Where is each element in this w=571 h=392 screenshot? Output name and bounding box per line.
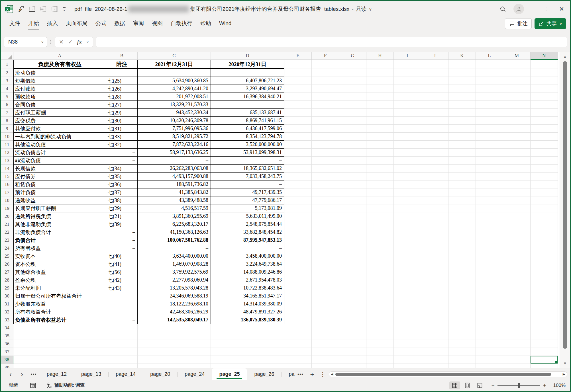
customize-quick-access-icon[interactable]: ⌄ <box>63 7 66 11</box>
cell-G16[interactable] <box>339 180 366 188</box>
cell-E6[interactable] <box>284 101 312 109</box>
cell-A5[interactable]: 预收款项 <box>13 93 106 101</box>
row-header-5[interactable]: 5 <box>1 93 13 101</box>
cell-G33[interactable] <box>339 316 366 324</box>
cell-L23[interactable] <box>476 236 503 244</box>
zoom-slider-handle[interactable] <box>518 383 520 388</box>
cell-M24[interactable] <box>503 244 531 252</box>
cell-K21[interactable] <box>448 220 476 228</box>
cell-B1[interactable]: 附注 <box>106 60 138 69</box>
cell-J4[interactable] <box>421 85 448 93</box>
cell-B26[interactable]: 七(41) <box>106 260 138 268</box>
cell-D12[interactable]: 53,913,099,398.31 <box>211 149 284 157</box>
cell-N13[interactable] <box>531 157 558 165</box>
cell-G20[interactable] <box>339 212 366 220</box>
cell-C21[interactable]: 6,225,683,320.17 <box>138 220 211 228</box>
cell-C32[interactable]: 42,468,306,286.29 <box>138 308 211 316</box>
cell-F11[interactable] <box>312 141 339 149</box>
cell-C30[interactable]: 24,346,069,588.19 <box>138 292 211 300</box>
column-header-H[interactable]: H <box>366 52 394 60</box>
cell-A11[interactable]: 其他流动负债 <box>13 141 106 149</box>
cell-H31[interactable] <box>366 300 394 308</box>
cell-A35[interactable] <box>13 332 106 340</box>
cell-J36[interactable] <box>421 340 448 348</box>
cell-A33[interactable]: 负债及所有者权益总计 <box>13 316 106 324</box>
cell-F26[interactable] <box>312 260 339 268</box>
cell-A9[interactable]: 其他应付款 <box>13 125 106 133</box>
cell-F2[interactable] <box>312 69 339 77</box>
cell-M1[interactable] <box>503 60 531 69</box>
cell-D39[interactable] <box>211 364 284 368</box>
cell-N8[interactable] <box>531 117 558 125</box>
cell-H18[interactable] <box>366 196 394 204</box>
cell-I11[interactable] <box>394 141 421 149</box>
cancel-entry-icon[interactable]: ✕ <box>59 39 64 45</box>
cell-J2[interactable] <box>421 69 448 77</box>
cell-M3[interactable] <box>503 77 531 85</box>
row-header-7[interactable]: 7 <box>1 109 13 117</box>
column-header-F[interactable]: F <box>312 52 339 60</box>
row-header-14[interactable]: 14 <box>1 165 13 173</box>
cell-M25[interactable] <box>503 252 531 260</box>
cell-C23[interactable]: 100,067,501,762.88 <box>138 236 211 244</box>
cell-G14[interactable] <box>339 165 366 173</box>
cell-L29[interactable] <box>476 284 503 292</box>
cell-C13[interactable]: – <box>138 157 211 165</box>
cell-D32[interactable]: 48,479,891,327.26 <box>211 308 284 316</box>
cell-D15[interactable]: 7,033,458,243.75 <box>211 173 284 180</box>
cell-K10[interactable] <box>448 133 476 141</box>
row-header-17[interactable]: 17 <box>1 188 13 196</box>
cell-C36[interactable] <box>138 340 211 348</box>
cell-H33[interactable] <box>366 316 394 324</box>
cell-A17[interactable]: 预计负债 <box>13 188 106 196</box>
row-header-2[interactable]: 2 <box>1 69 13 77</box>
cell-L24[interactable] <box>476 244 503 252</box>
cell-G15[interactable] <box>339 173 366 180</box>
cell-C34[interactable] <box>138 324 211 332</box>
menu-tab-data[interactable]: 数据 <box>110 18 129 29</box>
cell-D35[interactable] <box>211 332 284 340</box>
maximize-button[interactable] <box>541 3 555 15</box>
cell-M11[interactable] <box>503 141 531 149</box>
cell-B25[interactable]: 七(40) <box>106 252 138 260</box>
cell-I27[interactable] <box>394 268 421 276</box>
cell-L14[interactable] <box>476 165 503 173</box>
cell-E10[interactable] <box>284 133 312 141</box>
cell-B31[interactable]: – <box>106 300 138 308</box>
cell-I5[interactable] <box>394 93 421 101</box>
cell-H4[interactable] <box>366 85 394 93</box>
row-header-34[interactable]: 34 <box>1 324 13 332</box>
cell-D25[interactable]: 3,458,400,000.00 <box>211 252 284 260</box>
cell-K11[interactable] <box>448 141 476 149</box>
cell-N6[interactable] <box>531 101 558 109</box>
row-header-30[interactable]: 30 <box>1 292 13 300</box>
share-button[interactable]: 共享 ∨ <box>535 18 566 29</box>
cell-H25[interactable] <box>366 252 394 260</box>
cell-J10[interactable] <box>421 133 448 141</box>
cell-L32[interactable] <box>476 308 503 316</box>
cell-J21[interactable] <box>421 220 448 228</box>
row-header-18[interactable]: 18 <box>1 196 13 204</box>
cell-B27[interactable]: 七(56) <box>106 268 138 276</box>
cell-E23[interactable] <box>284 236 312 244</box>
menu-tab-review[interactable]: 审阅 <box>129 18 148 29</box>
cell-L17[interactable] <box>476 188 503 196</box>
row-header-33[interactable]: 33 <box>1 316 13 324</box>
cell-J20[interactable] <box>421 212 448 220</box>
cell-J31[interactable] <box>421 300 448 308</box>
cell-N27[interactable] <box>531 268 558 276</box>
cell-N33[interactable] <box>531 316 558 324</box>
cell-G11[interactable] <box>339 141 366 149</box>
cell-D33[interactable]: 136,075,839,180.39 <box>211 316 284 324</box>
cell-G2[interactable] <box>339 69 366 77</box>
cell-A23[interactable]: 负债合计 <box>13 236 106 244</box>
cell-G17[interactable] <box>339 188 366 196</box>
cell-J29[interactable] <box>421 284 448 292</box>
cell-H10[interactable] <box>366 133 394 141</box>
cell-K5[interactable] <box>448 93 476 101</box>
scroll-down-icon[interactable]: ▼ <box>560 360 570 367</box>
cell-L9[interactable] <box>476 125 503 133</box>
cell-D30[interactable]: 34,165,851,947.17 <box>211 292 284 300</box>
cell-M22[interactable] <box>503 228 531 236</box>
readonly-chevron-icon[interactable]: ∨ <box>369 7 372 11</box>
